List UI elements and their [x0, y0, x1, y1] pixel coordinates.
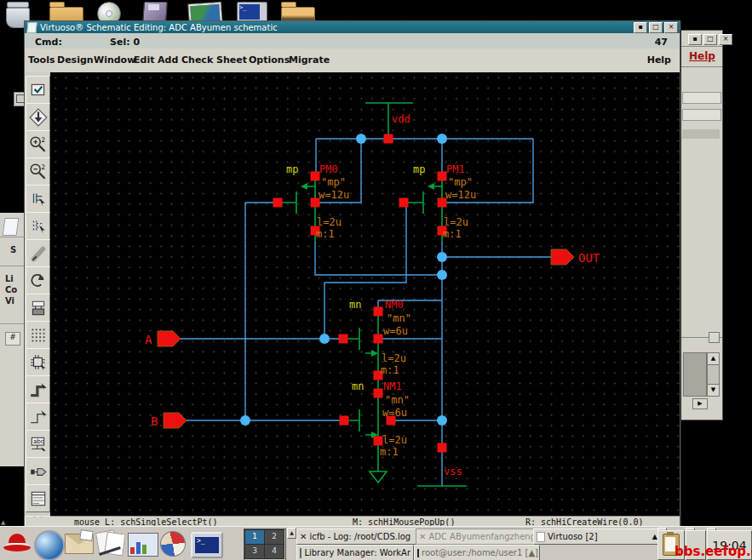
list-box[interactable] [683, 352, 707, 397]
launcher-documents[interactable] [97, 531, 116, 553]
NM0-m: m:1 [381, 364, 399, 376]
menu-design[interactable]: Design [57, 54, 94, 66]
tool-delete-button[interactable] [26, 239, 50, 267]
task-icfb-log[interactable]: ✕ icfb - Log: /root/CDS.log [296, 529, 417, 545]
device-symbols[interactable] [278, 103, 467, 486]
document-icon [537, 532, 545, 542]
tool-undo-button[interactable] [26, 266, 50, 294]
close-button[interactable]: × [719, 34, 732, 45]
PM1-cell: "mp" [448, 176, 473, 188]
background-window-sliver[interactable]: S Li Co Vi # [0, 213, 26, 466]
schematic-canvas[interactable]: vdd vss A B OUT mp PM0 "mp" w=12u l=2u m… [50, 72, 680, 516]
NM0-name: NM0 [385, 299, 404, 311]
PM1-l: l=2u [444, 216, 468, 228]
task-shell[interactable]: root@user:/home/user1 [▲] [414, 545, 540, 560]
pin-A[interactable] [158, 331, 181, 346]
sliver-text: Li [5, 274, 14, 283]
tool-selection-filter-button[interactable] [26, 321, 50, 349]
form-field[interactable] [682, 109, 721, 121]
terminal-handles [273, 134, 447, 453]
transistor-PM1[interactable] [404, 176, 442, 242]
tool-zoom-in-button[interactable]: 2 [26, 130, 50, 158]
menu-sheet[interactable]: Sheet [216, 54, 247, 66]
close-button[interactable]: × [664, 22, 678, 33]
scrollbar-thumb[interactable] [707, 364, 720, 385]
form-field[interactable] [682, 92, 721, 104]
NM1-name: NM1 [383, 380, 402, 392]
scroll-up-button[interactable]: ▲ [707, 352, 720, 365]
tool-check-save-button[interactable] [26, 76, 50, 104]
menu-migrate[interactable]: Migrate [289, 54, 330, 66]
zoom-out-icon: 2 [29, 163, 48, 181]
tool-save-button[interactable] [26, 103, 50, 131]
workspace-4[interactable]: 4 [264, 544, 284, 559]
property-icon [29, 299, 48, 317]
menu-tools[interactable]: Tools [28, 54, 55, 66]
tool-cmd-options-button[interactable] [26, 484, 50, 512]
transistor-PM0[interactable] [278, 176, 315, 242]
document-icon [3, 218, 20, 236]
task-library-manager[interactable]: Library Manager: WorkAr [296, 545, 414, 560]
maximize-button[interactable]: □ [703, 34, 717, 45]
menu-window[interactable]: Window [94, 54, 135, 66]
tool-wire-name-button[interactable]: abc [26, 430, 50, 458]
pane-handle[interactable] [709, 332, 720, 343]
launcher-chart[interactable] [128, 533, 158, 557]
redhat-crown [9, 534, 26, 543]
tool-zoom-out-button[interactable]: 2 [26, 157, 50, 186]
expand-button[interactable]: ▶ [692, 398, 708, 409]
NM0-cell: "mn" [387, 312, 411, 324]
launcher-pie-chart[interactable] [158, 529, 189, 560]
selected-row[interactable] [682, 129, 720, 139]
divider [0, 237, 24, 237]
sliver-cell: # [5, 332, 20, 346]
launcher-redhat[interactable] [3, 534, 32, 557]
menu-options[interactable]: Options [249, 54, 290, 66]
gnd-symbol[interactable] [370, 471, 387, 483]
chart-frame [128, 533, 158, 557]
menu-check[interactable]: Check [181, 54, 213, 66]
scroll-down-button[interactable]: ▼ [707, 384, 720, 397]
terminal-screen: >_ [239, 4, 260, 20]
minimize-button[interactable]: ▪ [634, 22, 647, 33]
launcher-globe[interactable] [34, 530, 65, 560]
title-bar[interactable]: Virtuoso® Schematic Editing: ADC AByumen… [25, 21, 680, 33]
tool-wire-narrow-button[interactable] [26, 403, 50, 431]
bar [130, 547, 135, 554]
panel-hide-arrow[interactable]: ▲ [1, 519, 9, 526]
task-virtuoso[interactable]: Virtuoso [2] ▲ [533, 529, 661, 545]
tool-copy-button[interactable] [26, 185, 50, 213]
maximize-button[interactable]: □ [649, 22, 663, 33]
pin-B[interactable] [164, 413, 187, 428]
menu-edit[interactable]: Edit [134, 54, 154, 66]
minimize-button[interactable]: ▪ [688, 34, 702, 45]
wires[interactable] [180, 139, 552, 486]
background-dialog-window[interactable]: ▪ □ × Help ▲ ▼ ▶ [679, 30, 723, 420]
tool-pin-button[interactable] [26, 457, 50, 485]
tool-instance-button[interactable] [26, 348, 50, 376]
dialog-help-menu[interactable]: Help [689, 50, 715, 62]
workspace-3[interactable]: 3 [244, 544, 265, 559]
workspace-1[interactable]: 1 [244, 529, 265, 545]
photo-corner [79, 529, 94, 541]
schematic-drawing[interactable]: vdd vss A B OUT mp PM0 "mp" w=12u l=2u m… [50, 72, 680, 516]
menu-help[interactable]: Help [647, 54, 671, 66]
PM0-cell: "mp" [321, 176, 346, 188]
pin-OUT[interactable] [551, 249, 574, 265]
launcher-terminal[interactable]: >_ [191, 532, 223, 558]
cmd-label: Cmd: [35, 37, 62, 48]
task-adc-schematic[interactable]: ✕ ADC AByumenfangzheng [416, 529, 535, 545]
workspace-2[interactable]: 2 [264, 529, 284, 545]
PM0-m: m:1 [316, 228, 335, 240]
tool-property-button[interactable] [26, 294, 50, 322]
tool-wire-wide-button[interactable] [26, 375, 50, 403]
pager-arrow-nub[interactable]: ▲ [287, 528, 296, 539]
tool-stretch-button[interactable] [26, 212, 50, 240]
divider [0, 266, 24, 266]
menu-add[interactable]: Add [158, 54, 178, 66]
selection-count: Sel: 0 [110, 37, 140, 48]
NM1-l: l=2u [382, 434, 407, 446]
launcher-mail[interactable] [65, 534, 94, 554]
taskbar-panel: >_ 1 2 3 4 ▲ ✕ icfb - Log: /root/CDS.log… [0, 526, 752, 560]
transistor-NM1[interactable] [344, 393, 378, 471]
